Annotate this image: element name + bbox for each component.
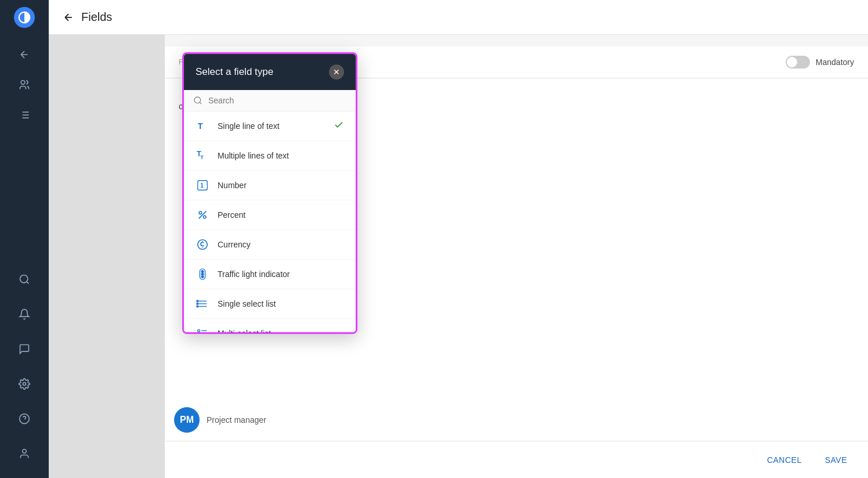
svg-rect-35 — [198, 330, 200, 332]
svg-point-22 — [198, 240, 208, 250]
close-dropdown-button[interactable]: ✕ — [329, 64, 344, 80]
svg-point-33 — [197, 303, 198, 305]
svg-point-28 — [201, 276, 204, 278]
sidebar-item-list[interactable] — [12, 102, 37, 128]
save-button[interactable]: SAVE — [818, 451, 854, 469]
svg-point-32 — [197, 300, 198, 302]
field-type-label: Number — [218, 181, 344, 190]
cancel-button[interactable]: CANCEL — [760, 451, 809, 469]
svg-text:1: 1 — [200, 182, 204, 189]
svg-point-26 — [201, 271, 204, 273]
svg-point-20 — [203, 215, 206, 218]
left-panel — [49, 35, 165, 478]
number-icon: 1 — [196, 178, 209, 192]
svg-line-21 — [199, 211, 207, 219]
dropdown-title: Select a field type — [196, 66, 273, 78]
field-type-label: Percent — [218, 210, 344, 220]
svg-point-34 — [197, 306, 198, 307]
search-bar — [184, 90, 356, 112]
mandatory-switch[interactable] — [786, 56, 810, 69]
currency-icon — [196, 238, 209, 251]
field-type-item-percent[interactable]: Percent — [184, 200, 356, 230]
avatar: PM — [174, 407, 200, 433]
mandatory-toggle[interactable]: Mandatory — [786, 56, 854, 69]
svg-point-12 — [23, 450, 27, 454]
svg-point-1 — [21, 81, 25, 85]
field-type-label: Multiple lines of text — [218, 151, 344, 160]
modal-footer: CANCEL SAVE — [165, 441, 868, 478]
svg-point-9 — [23, 383, 26, 386]
svg-point-27 — [201, 273, 204, 275]
search-input[interactable] — [208, 96, 346, 105]
page-title: Fields — [81, 10, 112, 24]
search-icon — [193, 96, 202, 105]
user-nav-icon[interactable] — [12, 441, 37, 466]
chat-nav-icon[interactable] — [12, 336, 37, 362]
app-logo[interactable] — [14, 7, 35, 28]
search-nav-icon[interactable] — [12, 267, 37, 292]
bell-nav-icon[interactable] — [12, 301, 37, 327]
field-type-item-number[interactable]: 1 Number — [184, 171, 356, 200]
content-area: Field name Mandatory oe does not offer a… — [49, 35, 868, 478]
main-area: Fields Field name Mandatory oe does not … — [49, 0, 868, 478]
field-type-item-single-line-text[interactable]: T Single line of text — [184, 112, 356, 141]
avatar-bar: PM Project manager — [165, 402, 276, 437]
avatar-label: Project manager — [207, 415, 266, 425]
sidebar — [0, 0, 49, 478]
selected-check-icon — [334, 120, 344, 133]
field-type-label: Multi-select list — [218, 329, 344, 332]
sidebar-item-back[interactable] — [12, 42, 37, 67]
field-type-item-multi-select[interactable]: Multi-select list — [184, 319, 356, 332]
settings-nav-icon[interactable] — [12, 371, 37, 397]
svg-point-13 — [194, 97, 201, 103]
svg-point-19 — [199, 211, 202, 214]
field-type-label: Traffic light indicator — [218, 269, 344, 279]
field-type-item-multiple-lines[interactable]: T T Multiple lines of text — [184, 141, 356, 171]
back-button[interactable] — [63, 12, 74, 23]
sidebar-bottom — [12, 267, 37, 471]
field-type-label: Single line of text — [218, 121, 326, 131]
svg-point-8 — [20, 275, 28, 283]
svg-text:T: T — [198, 121, 203, 131]
mandatory-label: Mandatory — [816, 57, 854, 67]
single-select-icon — [196, 297, 209, 311]
field-type-label: Single select list — [218, 299, 344, 308]
help-nav-icon[interactable] — [12, 406, 37, 432]
topbar: Fields — [49, 0, 868, 35]
multi-select-icon — [196, 326, 209, 332]
sidebar-item-users[interactable] — [12, 72, 37, 98]
multiple-lines-icon: T T — [196, 149, 209, 163]
svg-text:T: T — [200, 154, 204, 160]
field-type-item-currency[interactable]: Currency — [184, 230, 356, 260]
field-type-label: Currency — [218, 240, 344, 249]
field-type-dropdown: Select a field type ✕ T Single line of t… — [182, 52, 357, 334]
field-type-item-traffic-light[interactable]: Traffic light indicator — [184, 260, 356, 289]
percent-icon — [196, 208, 209, 222]
traffic-light-icon — [196, 267, 209, 281]
dropdown-header: Select a field type ✕ — [184, 54, 356, 90]
field-type-item-single-select[interactable]: Single select list — [184, 289, 356, 319]
single-line-text-icon: T — [196, 119, 209, 133]
field-type-list: T Single line of text T T Multiple lines… — [184, 112, 356, 332]
